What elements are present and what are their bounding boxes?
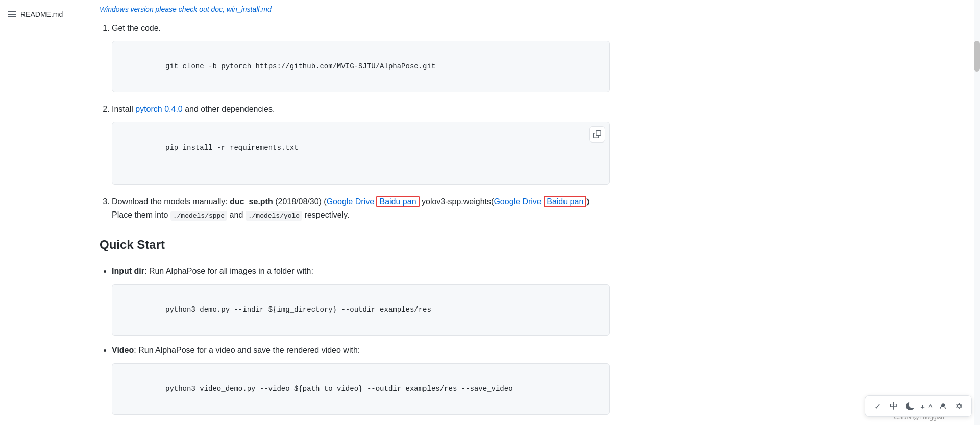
scrollbar-thumb[interactable] — [974, 41, 980, 72]
sidebar-header: README.md — [4, 8, 75, 20]
sidebar-title: README.md — [20, 10, 63, 18]
truncated-line: Windows version please check out doc, wi… — [100, 0, 610, 21]
step-3-middle: yolov3-spp.weights( — [420, 197, 494, 206]
google-drive-link-1[interactable]: Google Drive — [327, 197, 374, 206]
copy-button[interactable] — [589, 126, 605, 143]
step-2: Install pytorch 0.4.0 and other dependen… — [112, 103, 610, 185]
settings-icon[interactable] — [952, 399, 966, 413]
input-dir-code: python3 demo.py --indir ${img_directory}… — [112, 284, 610, 336]
step-3-final: respectively. — [302, 210, 349, 219]
step-3-prefix: Download the models manually: — [112, 197, 230, 206]
models-sppe-code: ./models/sppe — [170, 211, 227, 221]
quick-start-item-video: Video: Run AlphaPose for a video and sav… — [112, 344, 610, 415]
numbered-list: Get the code. git clone -b pytorch https… — [100, 21, 610, 221]
main-content: Windows version please check out doc, wi… — [79, 0, 630, 425]
step-2-code: pip install -r requirements.txt — [112, 122, 610, 185]
step-2-prefix: Install — [112, 105, 135, 113]
chinese-icon[interactable]: 中 — [887, 399, 901, 413]
step-3: Download the models manually: duc_se.pth… — [112, 195, 610, 221]
sidebar: README.md — [0, 0, 79, 425]
step-1-text: Get the code. — [112, 23, 161, 32]
duc-se-bold: duc_se.pth — [230, 197, 273, 206]
step-1-code: git clone -b pytorch https://github.com/… — [112, 41, 610, 92]
baidu-pan-link-1[interactable]: Baidu pan — [376, 196, 419, 207]
input-dir-text: : Run AlphaPose for all images in a fold… — [144, 267, 313, 275]
step-1: Get the code. git clone -b pytorch https… — [112, 21, 610, 92]
step-3-and: and — [227, 210, 246, 219]
video-label: Video — [112, 346, 134, 355]
check-icon[interactable]: ✓ — [870, 399, 885, 413]
google-drive-link-2[interactable]: Google Drive — [494, 197, 541, 206]
font-icon[interactable]: A — [919, 399, 934, 413]
step-3-date: (2018/08/30) ( — [273, 197, 327, 206]
dark-mode-icon[interactable] — [903, 399, 917, 413]
baidu-pan-link-2[interactable]: Baidu pan — [544, 196, 586, 207]
video-code: python3 video_demo.py --video ${path to … — [112, 363, 610, 415]
hamburger-icon[interactable] — [8, 11, 16, 17]
scrollbar-track[interactable] — [974, 0, 980, 425]
quick-start-item-webcam: Webcam: Run AlphaPose using webcam and v… — [112, 423, 610, 425]
font-label: A — [928, 403, 932, 409]
bottom-toolbar: ✓ 中 A — [865, 395, 972, 417]
quick-start-list: Input dir: Run AlphaPose for all images … — [100, 265, 610, 425]
quick-start-heading: Quick Start — [100, 238, 610, 256]
video-text: : Run AlphaPose for a video and save the… — [134, 346, 360, 355]
pytorch-link[interactable]: pytorch 0.4.0 — [135, 105, 183, 113]
input-dir-label: Input dir — [112, 267, 144, 275]
user-icon[interactable] — [936, 399, 950, 413]
quick-start-item-inputdir: Input dir: Run AlphaPose for all images … — [112, 265, 610, 336]
models-yolo-code: ./models/yolo — [246, 211, 302, 221]
truncated-link[interactable]: doc, win_install.md — [211, 5, 272, 13]
step-2-suffix: and other dependencies. — [183, 105, 275, 113]
